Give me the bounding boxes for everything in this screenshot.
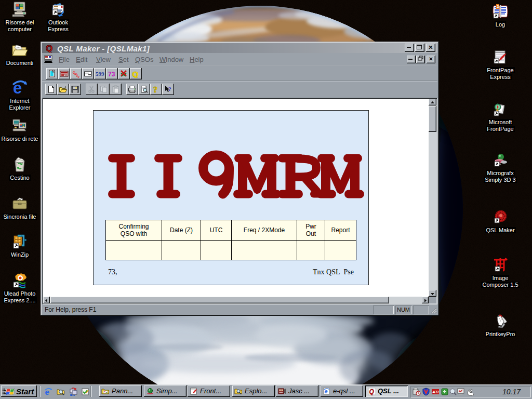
- svg-text:?: ?: [168, 86, 171, 92]
- svg-text:599: 599: [96, 71, 104, 77]
- svg-text:Q: Q: [132, 70, 139, 78]
- svg-text:Q: Q: [369, 388, 375, 395]
- svg-text:?: ?: [153, 85, 157, 94]
- svg-text:CALL: CALL: [72, 70, 81, 78]
- svg-text:2: 2: [497, 4, 499, 9]
- svg-text:ATI: ATI: [432, 390, 439, 394]
- svg-text:73: 73: [108, 71, 115, 78]
- svg-text:Q: Q: [46, 44, 53, 52]
